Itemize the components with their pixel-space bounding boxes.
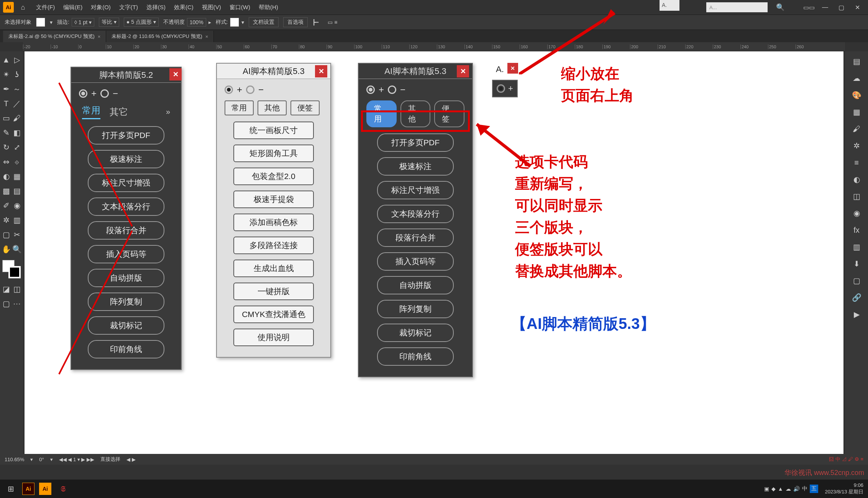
prefs-button[interactable]: 首选项	[283, 17, 308, 27]
close-icon[interactable]: ✕	[850, 4, 865, 11]
layers-panel-icon[interactable]: ▥	[850, 240, 863, 254]
home-icon[interactable]: ⌂	[18, 2, 28, 13]
tray-icon[interactable]: ☁	[786, 486, 791, 492]
script-button[interactable]: 印前角线	[377, 347, 454, 366]
width-tool-icon[interactable]: ⇔	[1, 157, 11, 166]
script-button[interactable]: 极速标注	[88, 150, 164, 168]
artboard-tool-icon[interactable]: ▢	[1, 230, 11, 239]
pen-tool-icon[interactable]: ✒	[1, 84, 11, 94]
menu-window[interactable]: 窗口(W)	[226, 2, 254, 13]
wand-tool-icon[interactable]: ✴	[1, 70, 11, 79]
curve-tool-icon[interactable]: ～	[11, 84, 22, 94]
canvas[interactable]: 脚本精简版5.2✕ +− 常用其它» 打开多页PDF 极速标注 标注尺寸增强 文…	[25, 51, 843, 454]
taskbar-ai-2[interactable]: Ai	[39, 483, 51, 495]
tray-ime-icon[interactable]: 中	[802, 485, 807, 492]
docked-mini-panel[interactable]: A.	[660, 0, 679, 11]
stroke-panel-icon[interactable]: ≡	[850, 156, 863, 169]
script-button[interactable]: 使用说明	[233, 329, 314, 346]
rotation[interactable]: 0°	[39, 457, 44, 462]
script-button[interactable]: CMYK查找潘通色	[233, 306, 314, 323]
menu-select[interactable]: 选择(S)	[143, 2, 169, 13]
search-icon[interactable]: 🔍	[776, 3, 784, 12]
panel-close-button[interactable]: ✕	[169, 68, 182, 81]
color-mode-icon[interactable]: ◪	[1, 284, 11, 294]
styles-panel-icon[interactable]: fx	[850, 223, 863, 237]
max-icon[interactable]: ▢	[834, 4, 849, 11]
tab-other[interactable]: 其它	[110, 106, 128, 118]
symbols-panel-icon[interactable]: ✲	[850, 139, 863, 153]
tab-close-icon[interactable]: ×	[98, 34, 101, 39]
system-tray[interactable]: ▣ ◆ ▲ ☁ 🔊 中 五 9:06 2023/8/13 星期日	[764, 482, 866, 495]
script-button[interactable]: 裁切标记	[88, 316, 164, 335]
script-button[interactable]: 多段路径连接	[233, 237, 314, 254]
line-tool-icon[interactable]: ／	[11, 99, 22, 109]
screen-mode-icon[interactable]: ▢	[1, 299, 11, 308]
script-button[interactable]: 一键拼版	[233, 283, 314, 300]
gradient-tool-icon[interactable]: ▤	[11, 186, 22, 196]
selection-tool-icon[interactable]: ▲	[1, 56, 11, 64]
panel-close-button[interactable]: ✕	[315, 65, 327, 77]
script-button[interactable]: 裁切标记	[377, 324, 454, 342]
stroke-weight[interactable]: ◊ 1 pt ▾	[72, 18, 94, 26]
tab-close-icon[interactable]: ×	[205, 34, 208, 39]
tab-other[interactable]: 其他	[258, 100, 287, 115]
opacity-value[interactable]: 100%	[187, 18, 206, 26]
eyedropper-tool-icon[interactable]: ✐	[1, 201, 11, 210]
radio-icon[interactable]	[388, 85, 396, 94]
script-button[interactable]: 段落行合并	[377, 228, 454, 247]
tab-notes[interactable]: 便签	[290, 100, 320, 115]
search-field[interactable]: A...	[706, 2, 768, 12]
brushes-panel-icon[interactable]: 🖌	[850, 122, 863, 136]
start-button[interactable]: ⊞	[2, 481, 20, 496]
script-button[interactable]: 添加画稿色标	[233, 214, 314, 231]
align-icon[interactable]: ┣╍	[312, 19, 318, 25]
script-button[interactable]: 标注尺寸增强	[377, 181, 454, 199]
style-swatch[interactable]	[230, 18, 239, 27]
script-button[interactable]: 插入页码等	[88, 245, 164, 263]
eraser-tool-icon[interactable]: ◧	[11, 128, 22, 137]
actions-panel-icon[interactable]: ▶	[850, 307, 863, 321]
menu-effect[interactable]: 效果(C)	[170, 2, 197, 13]
radio-icon[interactable]	[246, 85, 254, 94]
radio-icon[interactable]	[366, 85, 375, 94]
taskbar-app-icon[interactable]: 𝕾	[54, 481, 72, 496]
slice-tool-icon[interactable]: ✂	[11, 230, 22, 239]
appearance-panel-icon[interactable]: ◉	[850, 206, 863, 220]
blend-tool-icon[interactable]: ◉	[11, 201, 22, 210]
hand-tool-icon[interactable]: ✋	[1, 245, 11, 254]
script-button[interactable]: 生成出血线	[233, 260, 314, 277]
chevron-right-icon[interactable]: »	[166, 107, 170, 116]
tray-ime-icon[interactable]: 五	[810, 485, 818, 493]
mesh-tool-icon[interactable]: ▩	[1, 186, 11, 196]
rect-tool-icon[interactable]: ▭	[1, 113, 11, 123]
links-panel-icon[interactable]: 🔗	[850, 291, 863, 304]
menu-type[interactable]: 文字(T)	[115, 2, 142, 13]
tray-volume-icon[interactable]: 🔊	[793, 486, 800, 492]
free-tool-icon[interactable]: ⟐	[11, 158, 22, 166]
color-panel-icon[interactable]: 🎨	[850, 88, 863, 102]
assets-panel-icon[interactable]: ⬇	[850, 257, 863, 271]
panel-close-button[interactable]: ✕	[457, 65, 469, 77]
brush-tool-icon[interactable]: 🖌	[11, 114, 22, 123]
artboards-panel-icon[interactable]: ▢	[850, 274, 863, 288]
zoom-level[interactable]: 110.65%	[5, 457, 24, 462]
tray-icon[interactable]: ▣	[764, 486, 769, 492]
symbol-tool-icon[interactable]: ✲	[1, 215, 11, 225]
tab-common[interactable]: 常用	[225, 100, 254, 115]
libraries-panel-icon[interactable]: ☁	[850, 71, 863, 85]
lasso-tool-icon[interactable]: ʖ	[11, 70, 22, 79]
panel-script-minimized[interactable]: +	[492, 80, 518, 97]
taskbar-ai-1[interactable]: Ai	[22, 483, 34, 495]
draw-mode-icon[interactable]: ◫	[11, 284, 22, 294]
properties-panel-icon[interactable]: ▤	[850, 54, 863, 68]
mini-close-button[interactable]: ✕	[507, 63, 518, 74]
doc-tab-2[interactable]: 未标题-2 @ 110.65 % (CMYK/CPU 预览)×	[106, 31, 214, 42]
brush-combo[interactable]: ● 5 点圆形 ▾	[124, 18, 159, 27]
zoom-tool-icon[interactable]: 🔍	[11, 245, 22, 254]
script-button[interactable]: 文本段落分行	[377, 205, 454, 223]
direct-select-tool-icon[interactable]: ▷	[11, 55, 22, 64]
radio-icon[interactable]	[79, 89, 87, 98]
menu-file[interactable]: 文件(F)	[32, 2, 59, 13]
uniform-combo[interactable]: 等比 ▾	[99, 18, 119, 27]
doc-setup-button[interactable]: 文档设置	[249, 17, 279, 27]
